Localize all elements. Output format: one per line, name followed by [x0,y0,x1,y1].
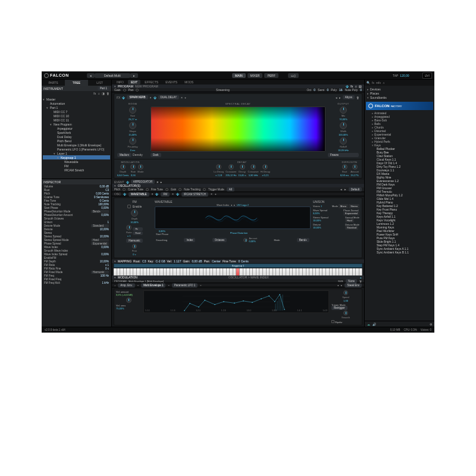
fx-knob[interactable]: Crossover205,12 Hz [226,164,236,177]
fx-knob[interactable]: Start8,93 ms [340,164,349,177]
collapse-icon[interactable]: ▾ [114,259,116,263]
src-places[interactable]: ▸Places [366,91,433,95]
phasedist-mode-dd[interactable]: Bend+ [297,238,309,242]
room-shape-knob[interactable]: Shape15,00% [117,122,148,136]
osc-tab-wavetable[interactable]: WAVETABLE [129,192,149,196]
note-filter-icon[interactable]: ♫ [383,81,385,84]
map-vel-value[interactable]: 1 127 [174,259,181,263]
trash-icon[interactable]: 🗑 [356,96,359,99]
osc-preset[interactable]: Default [349,187,362,192]
mod-tab-multienv[interactable]: Multi Envelope 1 [141,283,165,287]
gain-knob[interactable] [123,89,126,92]
mfx-filter-icon[interactable]: mfx [376,81,381,84]
fx-power-icon-2[interactable]: ⏻ [154,96,156,99]
tree-item[interactable]: ▾Keygroup 1 [43,155,110,159]
trash-icon[interactable]: 🗑 [359,280,362,283]
tree-item[interactable]: Multi Envelope 1 [Multi Envelope] [43,143,110,147]
fm-hz-button[interactable]: Hz [133,227,143,231]
poly-value[interactable]: 16 [339,88,343,92]
tree-item[interactable]: ▾Layer 1 [43,151,110,155]
map-ft-value[interactable]: 0 Cents [239,259,249,263]
semi-value[interactable]: 0 [327,88,328,92]
fm-ratio-knob[interactable]: Ratiox 1 [126,225,131,237]
mod-preset-next[interactable]: ▸ [341,284,342,287]
trash-icon[interactable]: 🗑 [107,92,109,95]
tree-item[interactable]: SparkVerb [43,130,110,134]
fx-preset-next[interactable]: ▸ [339,96,341,99]
map-pan-value[interactable]: Center [212,259,221,263]
wavetable-display[interactable] [155,206,311,229]
osc-fine-knob[interactable] [165,188,168,191]
fx-knob[interactable]: Crossover5,90 kHz [248,164,259,177]
script-icon[interactable]: ◨ [102,92,105,95]
fx-preset-prev[interactable]: ◂ [336,96,337,99]
smoothing-octaves-button[interactable]: Octaves [212,238,227,242]
velamt-value[interactable]: 0,0% (+6,02dB) [116,293,133,296]
map-root-value[interactable]: C3 [142,259,146,263]
velsens-value[interactable]: 75,00% [116,307,124,310]
pan-knob[interactable] [136,89,139,92]
instrument-tree[interactable]: ▾MasterAutomation▾Part 1MIDI CC 7MIDI CC… [42,96,111,179]
voices-value[interactable]: 1 [321,205,322,208]
nav-prev-button[interactable]: ◂ [87,73,95,78]
fx-tab-dualdelay[interactable]: DUAL DELAY [158,95,180,99]
detune-value[interactable]: 10,00% [313,226,321,229]
view-main-tab[interactable]: MAIN [232,73,246,78]
fx-power-icon[interactable]: ⏻ [122,96,125,99]
fx-knob[interactable]: Decay15,65 s [238,164,246,177]
spreadmode-dd[interactable]: Hard [345,218,354,223]
mod-preset-prev[interactable]: ◂ [337,284,339,287]
fx-knob[interactable]: Lo Decayx 2,13 [214,164,224,177]
fx-knob[interactable]: Rate0,56 [130,164,136,177]
streaming-label[interactable]: Streaming [141,88,304,92]
piano-keyboard[interactable] [114,268,362,275]
tree-item[interactable]: Parametric LFO 1 [Parametric LFO] [43,147,110,151]
fx-knob[interactable]: Amount19,17% [350,164,359,177]
osc-gain-knob[interactable] [178,188,181,191]
src-devices[interactable]: ▸Devices [366,87,433,91]
src-soundbanks[interactable]: ▾Soundbanks [366,95,433,99]
tree-item[interactable]: IRCAM Stretch [43,168,110,172]
phasespread-dd[interactable]: Exponential [343,211,359,215]
tree-item[interactable]: ▾Master [43,97,110,101]
fx-tab-sparkverb[interactable]: SPARKVERB [127,95,148,99]
trigmode-dd[interactable]: Retrigger [331,306,347,310]
map-gain-value[interactable]: 0,00 dB [192,259,202,263]
output-width-knob[interactable]: Width100,00% [328,122,359,136]
view-perf-tab[interactable]: PERF [264,73,278,78]
stereospread-value[interactable]: 10,00% [313,219,321,222]
velsens-knob[interactable] [116,298,141,303]
unimode-mono[interactable]: Mono [339,204,348,208]
fx-knob[interactable]: Depth6,64 Cents [117,164,129,177]
tab-tree[interactable]: TREE [65,80,88,86]
smoothing-index-button[interactable]: Index [184,238,195,242]
tree-item[interactable]: MIDI CC 7 [43,109,110,114]
tab-events[interactable]: EVENTS [162,80,180,84]
osc-pitch-knob[interactable] [123,188,126,191]
mod-tab-paralfo[interactable]: Parametric LFO 1 [172,283,198,287]
fx-filter-icon[interactable]: fx [372,81,374,84]
tree-item[interactable]: FM [43,164,110,168]
unimode-stereo[interactable]: Stereo [349,204,359,208]
fm-harmonic-dd[interactable]: Harmonic [126,239,142,243]
map-key-value[interactable]: C-2 G8 [155,259,165,263]
part-selector[interactable]: Part 1 [98,86,109,90]
tree-item[interactable]: Dual Delay [43,134,110,139]
tree-item[interactable]: MIDI CC 11 [43,118,110,122]
oct-value[interactable]: 0 [314,88,315,92]
preset-name[interactable]: Default Multi [95,73,130,78]
bipolar-checkbox[interactable] [331,320,334,323]
fm-fine-knob[interactable]: Fine0 c [132,244,137,256]
fx-icon[interactable]: fx [93,92,96,95]
preset-browser-list[interactable]: AnimatedArpeggiatedBass-SubBellsChordsDi… [365,111,434,321]
tab-effects[interactable]: EFFECTS [142,80,161,84]
osc-tab-fm[interactable]: FM [161,192,170,196]
spectral-decay-display[interactable] [151,107,325,152]
tree-item[interactable]: Wavetable [43,159,110,164]
arp-add-button[interactable]: + [160,180,162,184]
tree-item[interactable]: MIDI CC 10 [43,114,110,118]
output-mix-knob[interactable]: Mix70,00% [328,107,359,121]
arp-power-icon[interactable]: ⏻ [126,180,129,184]
room-size-knob[interactable]: Size29,27 m [117,107,148,121]
tree-item[interactable]: ▾New Program [43,122,110,126]
